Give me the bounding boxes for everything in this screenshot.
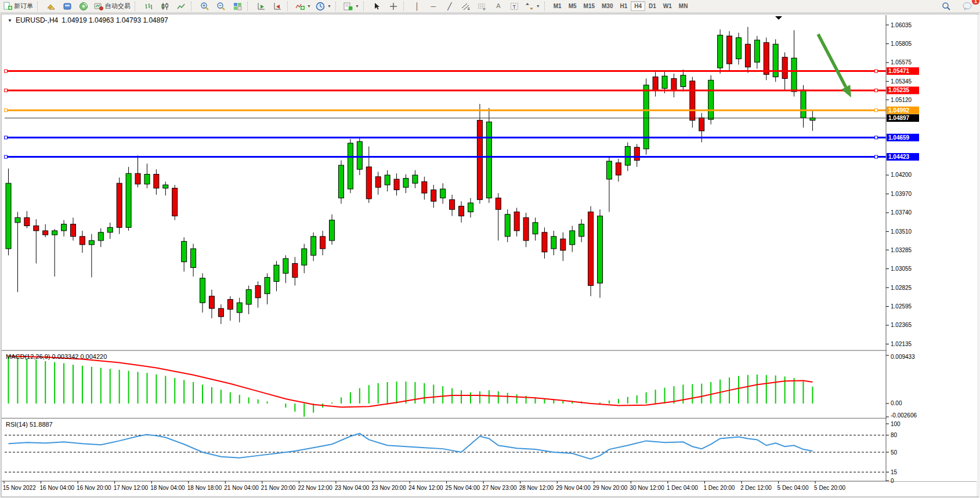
line-chart-button[interactable]: [173, 0, 189, 13]
line-handle[interactable]: [875, 109, 878, 112]
channel-icon: E: [461, 2, 471, 10]
line-handle[interactable]: [875, 136, 878, 139]
candle-bear: [459, 206, 464, 216]
text-button[interactable]: A: [490, 0, 507, 13]
bar-chart-icon: [144, 2, 153, 10]
candle-bear: [255, 286, 261, 298]
auto-scroll-button[interactable]: [253, 0, 269, 13]
chart-canvas[interactable]: 1.060351.058051.055751.053451.051201.042…: [0, 0, 980, 498]
candle-bull: [468, 203, 473, 212]
fibonacci-button[interactable]: F: [474, 0, 490, 13]
blue-window-icon: [63, 2, 72, 10]
timeframe-w1-button[interactable]: W1: [660, 1, 675, 11]
bar-chart-button[interactable]: [140, 0, 157, 13]
rsi-axis-label: 80: [891, 432, 898, 438]
zoom-in-button[interactable]: [197, 0, 213, 13]
line-handle[interactable]: [875, 89, 878, 92]
equidistant-channel-button[interactable]: E: [458, 0, 474, 13]
timeframe-m1-button[interactable]: M1: [550, 1, 565, 11]
trendline-button[interactable]: ╱: [442, 0, 458, 13]
candle-bear: [496, 198, 501, 210]
cursor-button[interactable]: [369, 0, 385, 13]
timeframe-m30-button[interactable]: M30: [598, 1, 616, 11]
new-order-button[interactable]: 新订单: [1, 0, 35, 13]
auto-trading-button[interactable]: 自动交易: [92, 0, 133, 13]
candle-bear: [727, 36, 732, 64]
time-tick-label: 23 Nov 04:00: [335, 485, 370, 491]
vertical-line-button[interactable]: │: [409, 0, 425, 13]
line-handle[interactable]: [5, 109, 8, 112]
macd-axis-label: 0.00: [891, 400, 902, 406]
time-tick-label: 15 Nov 2022: [3, 485, 36, 491]
indicators-icon: [295, 2, 305, 10]
horizontal-line-button[interactable]: ─: [425, 0, 442, 13]
candle-bull: [385, 175, 390, 185]
candle-bear: [218, 308, 223, 317]
candlestick-chart-button[interactable]: [157, 0, 173, 13]
candle-bull: [773, 44, 778, 77]
price-tick-label: 1.05345: [891, 78, 912, 85]
line-handle[interactable]: [5, 136, 8, 139]
candle-bear: [209, 296, 214, 308]
candle-bull: [662, 76, 667, 88]
candle-bull: [237, 303, 242, 312]
candle-bear: [690, 81, 695, 121]
timeframe-m5-button[interactable]: M5: [565, 1, 580, 11]
market-watch-button[interactable]: [43, 0, 59, 13]
candle-bear: [366, 167, 371, 199]
candle-bear: [431, 190, 436, 201]
trendline-icon: ╱: [447, 3, 451, 10]
chart-shift-button[interactable]: [269, 0, 285, 13]
price-tick-label: 1.02365: [891, 322, 912, 328]
timeframe-d1-button[interactable]: D1: [645, 1, 660, 11]
timeframe-h4-button[interactable]: H4: [631, 1, 645, 11]
candle-bull: [357, 141, 362, 169]
indicators-button[interactable]: ▼: [293, 0, 313, 13]
price-badge-text: 1.05235: [888, 87, 910, 93]
timeframe-h1-button[interactable]: H1: [616, 1, 631, 11]
time-tick-label: 5 Dec 04:00: [778, 485, 809, 491]
arrows-button[interactable]: ▼: [523, 0, 543, 13]
candle-bear: [477, 120, 482, 199]
line-handle[interactable]: [875, 70, 878, 72]
price-badge-1.04992: 1.04992: [887, 107, 919, 114]
candle-bull: [551, 237, 556, 249]
macd-axis-label: -0.002606: [891, 412, 917, 419]
candle-bull: [681, 75, 686, 87]
signals-button[interactable]: [75, 0, 92, 13]
price-tick-label: 1.03740: [891, 209, 912, 216]
rsi-axis-label: 100: [891, 421, 901, 427]
candle-bull: [311, 237, 316, 255]
text-label-icon: T: [510, 2, 519, 10]
timeframe-mn-button[interactable]: MN: [675, 1, 692, 11]
vertical-line-icon: │: [415, 3, 420, 10]
templates-button[interactable]: ▼: [341, 0, 361, 13]
tile-windows-button[interactable]: [229, 0, 245, 13]
time-tick-label: 28 Nov 12:00: [519, 485, 554, 491]
candle-bear: [782, 57, 787, 79]
price-tick-label: 1.02595: [891, 303, 912, 310]
signal-icon: [79, 2, 88, 11]
candle-bear: [764, 42, 769, 74]
line-handle[interactable]: [5, 70, 8, 72]
zoom-in-icon: [200, 2, 209, 11]
periods-button[interactable]: ▼: [313, 0, 334, 13]
timeframe-m15-button[interactable]: M15: [580, 1, 598, 11]
data-window-button[interactable]: [59, 0, 75, 13]
crosshair-button[interactable]: [385, 0, 402, 13]
candle-bear: [560, 239, 566, 250]
notifications-button[interactable]: 1: [959, 0, 975, 13]
zoom-out-button[interactable]: [213, 0, 229, 13]
candle-bear: [514, 212, 519, 231]
price-badge-1.05471: 1.05471: [887, 67, 919, 75]
line-handle[interactable]: [875, 155, 878, 158]
auto-scroll-icon: [257, 2, 266, 10]
line-handle[interactable]: [5, 155, 8, 158]
candle-bull: [330, 220, 335, 241]
candle-bull: [6, 183, 11, 249]
line-handle[interactable]: [5, 89, 8, 92]
text-label-button[interactable]: T: [507, 0, 523, 13]
price-tick-label: 1.02135: [891, 341, 912, 347]
search-button[interactable]: [938, 0, 954, 13]
candle-bull: [625, 147, 630, 165]
